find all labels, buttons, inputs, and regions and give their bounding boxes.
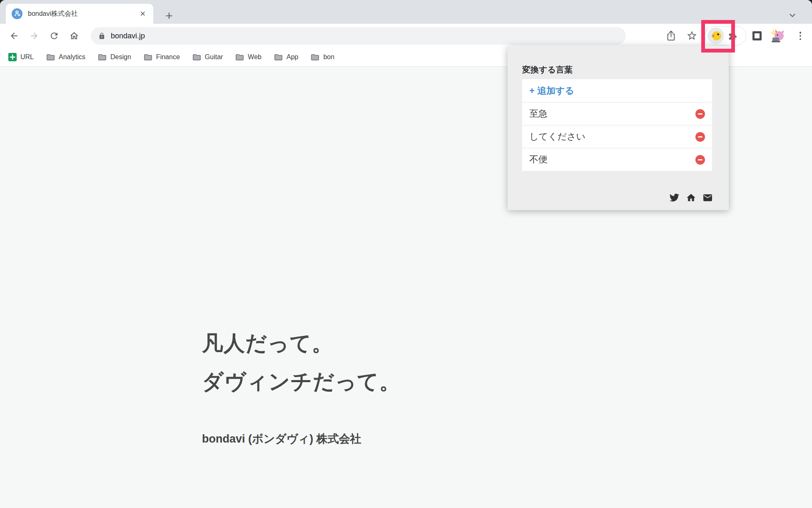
bookmark-label: Web <box>248 53 262 61</box>
heading-line-1: 凡人だって。 <box>202 324 401 363</box>
popup-footer <box>669 193 713 203</box>
profile-avatar[interactable] <box>770 28 785 43</box>
add-word-label: + 追加する <box>529 85 574 97</box>
bookmark-folder-design[interactable]: Design <box>98 53 131 61</box>
remove-word-button[interactable] <box>695 132 705 142</box>
tab-bondavi[interactable]: 凡 bondavi株式会社 ✕ <box>6 4 153 24</box>
forward-icon <box>29 31 39 41</box>
word-row: 不便 <box>522 148 712 171</box>
bookmark-folder-app[interactable]: App <box>274 53 298 61</box>
page-heading: 凡人だって。 ダヴィンチだって。 <box>202 324 401 401</box>
bookmark-folder-finance[interactable]: Finance <box>144 53 180 61</box>
folder-icon <box>192 53 201 61</box>
sheets-icon <box>8 53 17 61</box>
mail-icon[interactable] <box>702 193 713 203</box>
word-label: してください <box>529 130 695 143</box>
bookmark-label: Guitar <box>205 53 223 61</box>
word-list: + 追加する 至急 してください 不便 <box>522 79 712 171</box>
folder-icon <box>46 53 55 61</box>
bookmark-folder-web[interactable]: Web <box>235 53 262 61</box>
browser-toolbar: bondavi.jp <box>0 24 812 48</box>
address-bar[interactable]: bondavi.jp <box>91 27 626 45</box>
url-text: bondavi.jp <box>111 32 145 40</box>
twitter-icon[interactable] <box>669 193 680 203</box>
word-label: 不便 <box>529 153 695 166</box>
company-name: bondavi (ボンダヴィ) 株式会社 <box>202 431 361 446</box>
bookmark-label: Analytics <box>59 53 85 61</box>
folder-icon <box>235 53 244 61</box>
remove-word-button[interactable] <box>695 155 705 165</box>
home-icon[interactable] <box>69 31 79 41</box>
tab-strip: 凡 bondavi株式会社 ✕ + <box>0 0 812 24</box>
tab-favicon: 凡 <box>12 8 22 19</box>
back-icon[interactable] <box>9 31 19 41</box>
word-label: 至急 <box>529 108 695 120</box>
share-icon[interactable] <box>665 30 677 41</box>
new-tab-button[interactable]: + <box>162 8 177 23</box>
folder-icon <box>274 53 283 61</box>
bookmark-label: Design <box>110 53 131 61</box>
bookmark-url[interactable]: URL <box>8 53 34 61</box>
word-row: してください <box>522 125 712 148</box>
side-panel-icon[interactable] <box>752 31 762 40</box>
folder-icon <box>144 53 152 61</box>
bookmark-label: URL <box>20 53 34 61</box>
tab-close-icon[interactable]: ✕ <box>138 9 147 19</box>
add-word-button[interactable]: + 追加する <box>522 79 712 102</box>
heading-line-2: ダヴィンチだって。 <box>202 363 401 401</box>
extension-popup: 変換する言葉 + 追加する 至急 してください 不便 <box>508 46 729 210</box>
bookmark-label: bon <box>323 53 334 61</box>
bookmark-label: App <box>286 53 298 61</box>
bookmark-label: Finance <box>156 53 180 61</box>
bookmark-star-icon[interactable] <box>686 30 697 41</box>
tab-title: bondavi株式会社 <box>28 10 138 18</box>
bookmark-folder-bon[interactable]: bon <box>311 53 334 61</box>
home-link-icon[interactable] <box>686 193 696 203</box>
bookmark-folder-analytics[interactable]: Analytics <box>46 53 85 61</box>
folder-icon <box>311 53 319 61</box>
lock-icon[interactable] <box>98 33 105 40</box>
reload-icon[interactable] <box>49 31 59 41</box>
browser-window: 凡 bondavi株式会社 ✕ + bondavi.jp <box>0 0 812 508</box>
popup-title: 変換する言葉 <box>522 64 573 75</box>
remove-word-button[interactable] <box>695 109 705 119</box>
highlight-rectangle <box>701 20 735 53</box>
menu-dots-icon[interactable] <box>798 31 803 41</box>
bookmark-folder-guitar[interactable]: Guitar <box>192 53 223 61</box>
chevron-down-icon[interactable] <box>788 11 797 20</box>
word-row: 至急 <box>522 102 712 125</box>
folder-icon <box>98 53 107 61</box>
